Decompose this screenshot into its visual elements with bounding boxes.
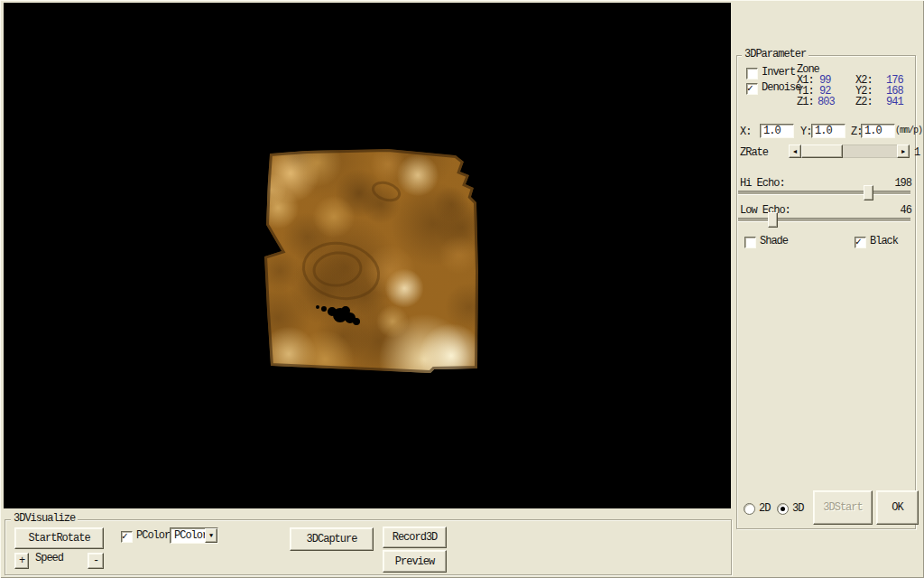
x-scale-input[interactable] [760,124,794,138]
z-scale-input[interactable] [861,124,895,138]
black-label: Black [870,236,898,247]
shade-label: Shade [760,236,788,247]
denoise-checkbox[interactable]: ✓ [746,83,758,95]
preview-button[interactable]: Preview [383,550,447,573]
x-scale-label: X: [740,126,751,138]
3d-surface-canvas [4,3,731,508]
zrate-label: ZRate [740,147,768,159]
pcolor-checkbox[interactable]: ✓ [121,531,133,543]
parameter-group-title: 3DParameter [742,49,808,61]
scroll-left-button[interactable]: ◄ [789,144,801,158]
shade-checkbox[interactable] [744,237,756,248]
zone-z2-value: 941 [886,97,903,108]
invert-checkbox[interactable] [746,68,758,79]
hi-echo-thumb[interactable] [864,185,873,200]
zone-z1-label: Z1: [797,97,814,108]
start-rotate-button[interactable]: StartRotate [14,527,104,549]
pcolor-dropdown-value: PColor [174,529,208,542]
radio-3d[interactable] [777,503,789,515]
low-echo-value: 46 [875,205,911,217]
hi-echo-value: 198 [875,178,911,190]
denoise-label: Denoise [762,82,800,94]
zrate-thumb[interactable] [801,144,843,158]
right-arrow-icon: ► [901,148,905,155]
scroll-right-button[interactable]: ► [897,144,910,158]
dropdown-button[interactable]: ▼ [205,528,217,543]
visualize-group-title: 3DVisualize [11,513,78,525]
invert-label: Invert [762,67,795,79]
radio-2d-label: 2D [759,503,770,515]
record3d-button[interactable]: Record3D [383,527,447,548]
radio-3d-label: 3D [792,503,803,515]
left-arrow-icon: ◄ [793,148,797,155]
speed-plus-button[interactable]: + [14,553,29,569]
radio-2d[interactable] [744,503,755,515]
hi-echo-slider[interactable] [738,191,910,194]
dropdown-arrow-icon: ▼ [209,532,213,539]
speed-label: Speed [35,553,63,564]
y-scale-input[interactable] [811,124,845,138]
radio-dot [781,507,785,511]
low-echo-thumb[interactable] [768,212,778,228]
zone-z1-value: 803 [818,97,835,108]
pcolor-dropdown[interactable]: PColor ▼ [170,527,218,544]
check-icon: ✓ [122,530,128,542]
zone-z2-label: Z2: [855,97,873,108]
zrate-scrollbar[interactable]: ◄ ► [789,144,910,158]
scale-unit-label: (mm/p) [895,125,922,136]
app-window: 3DParameter Invert ✓ Denoise Zone X1: 99… [0,0,924,578]
low-echo-slider[interactable] [738,218,910,221]
hi-echo-label: Hi Echo: [740,178,785,190]
3d-viewport[interactable] [4,3,731,508]
low-echo-label: Low Echo: [740,205,790,217]
ok-button[interactable]: OK [876,490,919,525]
check-icon: ✓ [855,236,862,247]
check-icon: ✓ [747,82,753,94]
y-scale-label: Y: [800,126,811,138]
pcolor-label: PColor [136,530,170,542]
speed-minus-button[interactable]: - [88,553,104,569]
zrate-value: 1 [914,147,919,159]
3dstart-button[interactable]: 3DStart [813,490,873,525]
black-checkbox[interactable]: ✓ [855,237,866,248]
3dcapture-button[interactable]: 3DCapture [290,527,374,551]
